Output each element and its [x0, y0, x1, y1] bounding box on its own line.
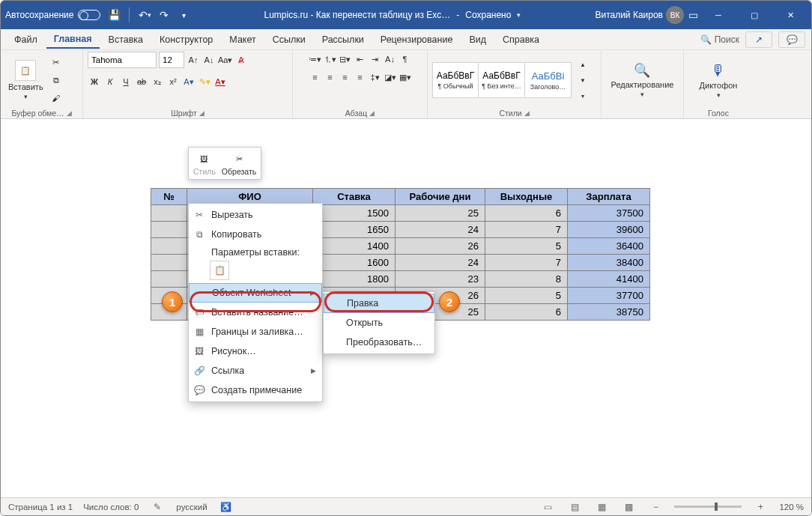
ctx-borders-shading[interactable]: ▦Границы и заливка…	[189, 322, 322, 342]
ctx-edit[interactable]: Правка	[324, 294, 434, 313]
zoom-value[interactable]: 120 %	[779, 503, 804, 512]
underline-button[interactable]: Ч	[119, 74, 133, 89]
undo-icon[interactable]: ↶▾	[139, 9, 151, 21]
ribbon-options-icon[interactable]: ▭	[687, 9, 699, 21]
qat-more-icon[interactable]: ▾	[178, 9, 190, 21]
tab-insert[interactable]: Вставка	[101, 31, 151, 48]
numbering-icon[interactable]: ⒈▾	[324, 52, 337, 67]
change-case-icon[interactable]: Aa▾	[218, 52, 232, 67]
zoom-in-button[interactable]: +	[752, 500, 769, 514]
dialog-launcher-icon[interactable]: ◢	[199, 109, 204, 117]
editing-button[interactable]: 🔍Редактирование▾	[608, 61, 677, 100]
shading-icon[interactable]: ◪▾	[384, 70, 397, 85]
minimize-button[interactable]: ─	[702, 4, 735, 26]
borders-icon[interactable]: ▦▾	[399, 70, 412, 85]
focus-mode-icon[interactable]: ▭	[539, 500, 556, 514]
web-layout-icon[interactable]: ▩	[620, 500, 637, 514]
ctx-picture[interactable]: 🖼Рисунок…	[189, 342, 322, 361]
styles-up-icon[interactable]: ▲	[576, 57, 590, 72]
cut-icon[interactable]: ✂	[49, 55, 63, 70]
tab-review[interactable]: Рецензирование	[373, 31, 461, 48]
styles-down-icon[interactable]: ▼	[576, 73, 590, 88]
tab-mailings[interactable]: Рассылки	[315, 31, 372, 48]
autosave-toggle[interactable]: Автосохранение	[5, 10, 100, 20]
tab-references[interactable]: Ссылки	[265, 31, 313, 48]
status-page[interactable]: Страница 1 из 1	[8, 503, 73, 512]
saved-status[interactable]: Сохранено	[465, 10, 511, 20]
format-painter-icon[interactable]: 🖌	[49, 91, 63, 106]
outdent-icon[interactable]: ⇤	[354, 52, 367, 67]
redo-icon[interactable]: ↷	[158, 9, 170, 21]
styles-more-icon[interactable]: ▾	[576, 88, 590, 103]
search-box[interactable]: 🔍Поиск	[700, 34, 739, 45]
ctx-new-comment[interactable]: 💬Создать примечание	[189, 380, 322, 400]
clear-format-icon[interactable]: A̷	[234, 52, 248, 67]
toggle-off-icon[interactable]	[78, 10, 100, 20]
print-layout-icon[interactable]: ▦	[593, 500, 610, 514]
strike-button[interactable]: ab	[135, 74, 148, 89]
italic-button[interactable]: К	[103, 74, 117, 89]
tab-layout[interactable]: Макет	[222, 31, 263, 48]
bullets-icon[interactable]: ≔▾	[309, 52, 322, 67]
chevron-down-icon[interactable]: ▾	[517, 11, 521, 19]
spellcheck-icon[interactable]: ✎	[149, 500, 166, 514]
share-button[interactable]: ↗	[745, 31, 772, 48]
grow-font-icon[interactable]: A↑	[187, 52, 200, 67]
ctx-open[interactable]: Открыть	[324, 313, 434, 333]
tab-help[interactable]: Справка	[495, 31, 547, 48]
font-color-icon[interactable]: A▾	[213, 74, 227, 89]
ctx-link[interactable]: 🔗Ссылка▶	[189, 361, 322, 380]
tab-design[interactable]: Конструктор	[152, 31, 220, 48]
ctx-insert-caption[interactable]: 🏷Вставить название…	[189, 303, 322, 322]
zoom-out-button[interactable]: −	[647, 500, 664, 514]
highlight-icon[interactable]: ✎▾	[198, 74, 211, 89]
status-language[interactable]: русский	[176, 503, 207, 512]
justify-icon[interactable]: ≡	[354, 70, 367, 85]
bold-button[interactable]: Ж	[88, 74, 101, 89]
line-spacing-icon[interactable]: ‡▾	[369, 70, 382, 85]
dictate-button[interactable]: 🎙Диктофон▾	[697, 61, 741, 100]
style-normal[interactable]: АаБбВвГ¶ Обычный	[432, 62, 479, 98]
sort-icon[interactable]: A↓	[384, 52, 397, 67]
style-no-spacing[interactable]: АаБбВвГ¶ Без инте…	[479, 62, 525, 98]
indent-icon[interactable]: ⇥	[369, 52, 382, 67]
tab-home[interactable]: Главная	[46, 31, 100, 49]
subscript-button[interactable]: x₂	[151, 74, 164, 89]
ctx-cut[interactable]: ✂Вырезать	[189, 205, 322, 225]
user-name[interactable]: Виталий Каиров	[595, 10, 663, 20]
maximize-button[interactable]: ▢	[738, 4, 771, 26]
show-marks-icon[interactable]: ¶	[399, 52, 412, 67]
dialog-launcher-icon[interactable]: ◢	[369, 109, 375, 117]
paste-button[interactable]: 📋Вставить▾	[5, 58, 46, 102]
style-heading1[interactable]: АаБбВіЗаголово…	[525, 62, 572, 98]
font-name-combo[interactable]: Tahoma	[88, 52, 157, 68]
text-effects-icon[interactable]: A▾	[182, 74, 196, 89]
superscript-button[interactable]: x²	[166, 74, 180, 89]
tab-file[interactable]: Файл	[7, 31, 45, 48]
ctx-copy[interactable]: ⧉Копировать	[189, 225, 322, 244]
paste-option-icon[interactable]: 📋	[210, 261, 229, 280]
read-mode-icon[interactable]: ▤	[566, 500, 583, 514]
close-button[interactable]: ✕	[774, 4, 807, 26]
dialog-launcher-icon[interactable]: ◢	[67, 109, 72, 117]
font-size-combo[interactable]: 12	[159, 52, 184, 68]
align-left-icon[interactable]: ≡	[309, 70, 322, 85]
accessibility-icon[interactable]: ♿	[218, 500, 234, 514]
copy-icon: ⧉	[193, 229, 205, 240]
shrink-font-icon[interactable]: A↓	[202, 52, 216, 67]
status-words[interactable]: Число слов: 0	[83, 503, 139, 512]
copy-icon[interactable]: ⧉	[49, 73, 63, 88]
comments-button[interactable]: 💬	[778, 31, 805, 48]
dialog-launcher-icon[interactable]: ◢	[524, 109, 530, 117]
zoom-slider[interactable]	[674, 506, 742, 508]
multilevel-icon[interactable]: ⊟▾	[339, 52, 352, 67]
crop-button[interactable]: ✂Обрезать	[222, 151, 256, 176]
save-icon[interactable]: 💾	[108, 9, 120, 21]
ctx-convert[interactable]: Преобразовать…	[324, 333, 434, 352]
avatar[interactable]: ВК	[666, 6, 684, 24]
tab-view[interactable]: Вид	[461, 31, 494, 48]
style-button[interactable]: 🖼Стиль	[193, 151, 216, 176]
ctx-worksheet-object[interactable]: Объект Worksheet▶	[189, 283, 322, 303]
align-center-icon[interactable]: ≡	[324, 70, 337, 85]
align-right-icon[interactable]: ≡	[339, 70, 352, 85]
